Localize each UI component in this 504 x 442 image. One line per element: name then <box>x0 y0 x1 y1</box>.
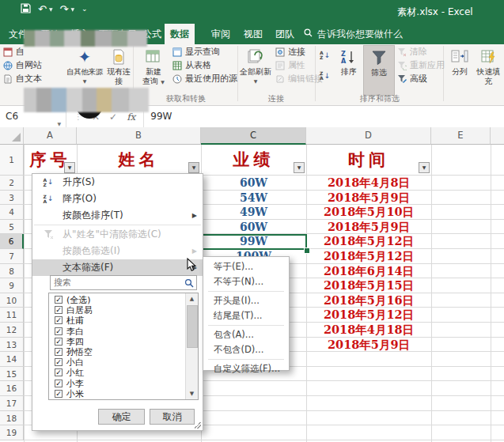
checkbox-checked-icon[interactable]: ✓ <box>55 316 63 324</box>
menu-item-text-filters[interactable]: 文本筛选(F) ▶ <box>32 259 203 276</box>
filter-list-item[interactable]: ✓ 小明 <box>49 399 185 400</box>
row-header[interactable]: 3 <box>0 191 24 206</box>
checkbox-checked-icon[interactable]: ✓ <box>55 380 63 387</box>
submenu-item-equals[interactable]: 等于(E)... <box>203 259 289 274</box>
undo-icon[interactable]: ↶ <box>38 4 47 14</box>
checkbox-checked-icon[interactable]: ✓ <box>55 338 63 346</box>
date-cell[interactable]: 2018年5月15日 <box>306 278 431 293</box>
row-header[interactable]: 13 <box>0 338 24 353</box>
column-header-d[interactable]: D <box>306 127 431 145</box>
header-cell-c1[interactable]: 业绩 <box>201 145 306 176</box>
date-cell[interactable]: 2018年5月9日 <box>306 338 431 353</box>
list-scrollbar[interactable]: ▲ ▼ <box>185 293 198 399</box>
resize-grip[interactable] <box>194 421 201 429</box>
checkbox-checked-icon[interactable]: ✓ <box>55 390 63 398</box>
insert-function-icon[interactable]: fx <box>127 111 135 123</box>
from-web-button[interactable]: 自网站 <box>3 59 42 71</box>
autofilter-button-a[interactable]: ▼ <box>64 162 75 173</box>
performance-cell[interactable]: 60W <box>201 220 306 235</box>
flash-fill-button[interactable]: 快速填充 <box>473 45 504 94</box>
refresh-all-button[interactable]: 全部刷新 ▼ <box>239 45 272 94</box>
submenu-item-custom-filter[interactable]: 自定义筛选(F)... <box>203 361 289 376</box>
from-other-sources-button[interactable]: ✦ 自其他来源 ▼ <box>65 45 104 94</box>
date-cell[interactable]: 2018年5月12日 <box>306 308 431 323</box>
new-query-button[interactable]: 新建 查询 ▼ <box>138 45 169 94</box>
performance-cell[interactable]: 49W <box>201 205 306 220</box>
filter-list-item[interactable]: ✓ 杜甫 <box>49 315 185 326</box>
row-header[interactable]: 6 <box>0 234 24 249</box>
menu-item-sort-descending[interactable]: ZA↓ 按颜色排序(T) 降序(O) <box>32 191 203 207</box>
submenu-item-contains[interactable]: 包含(A)... <box>203 327 289 342</box>
submenu-item-not-contains[interactable]: 不包含(D)... <box>203 342 289 357</box>
column-header-a[interactable]: A <box>24 127 77 145</box>
sort-ascending-button[interactable]: AZ ↓ <box>320 49 330 61</box>
filter-list-item[interactable]: ✓ (全选) <box>49 295 185 305</box>
row-header[interactable]: 15 <box>0 367 24 382</box>
submenu-item-not-equals[interactable]: 不等于(N)... <box>203 274 289 289</box>
row-header[interactable]: 16 <box>0 381 24 396</box>
row-header[interactable]: 10 <box>0 293 24 308</box>
checkbox-checked-icon[interactable]: ✓ <box>55 368 63 376</box>
row-header[interactable]: 4 <box>0 205 24 220</box>
date-cell[interactable]: 2018年6月14日 <box>306 264 431 279</box>
filter-list-item[interactable]: ✓ 白居易 <box>49 305 185 315</box>
row-header[interactable]: 11 <box>0 308 24 323</box>
submenu-item-ends-with[interactable]: 结尾是(T)... <box>203 308 289 323</box>
row-header-1[interactable]: 1 <box>0 145 24 176</box>
checkbox-checked-icon[interactable]: ✓ <box>55 348 63 356</box>
menu-item-sort-by-color[interactable]: 按颜色排序(T) ▶ <box>32 207 203 224</box>
row-header[interactable]: 14 <box>0 352 24 367</box>
row-header[interactable]: 5 <box>0 220 24 235</box>
date-cell[interactable]: 2018年5月9日 <box>306 191 431 206</box>
row-header[interactable]: 19 <box>0 425 24 440</box>
from-table-button[interactable]: 从表格 <box>172 59 211 71</box>
filter-list-item[interactable]: ✓ 小李 <box>49 379 185 389</box>
show-queries-button[interactable]: 显示查询 <box>172 46 220 58</box>
header-cell-d1[interactable]: 时间 <box>306 145 431 176</box>
date-cell[interactable]: 2018年5月12日 <box>306 234 431 249</box>
scroll-down-icon[interactable]: ▼ <box>186 388 198 399</box>
checkbox-checked-icon[interactable]: ✓ <box>55 358 63 366</box>
row-header[interactable]: 9 <box>0 278 24 293</box>
date-cell[interactable]: 2018年5月10日 <box>306 205 431 220</box>
save-icon[interactable] <box>21 3 31 15</box>
formula-input[interactable]: 99W <box>144 106 504 127</box>
tab-data[interactable]: 数据 <box>165 24 195 44</box>
row-header[interactable]: 2 <box>0 176 24 191</box>
checkbox-checked-icon[interactable]: ✓ <box>55 306 63 314</box>
date-cell[interactable]: 2018年5月16日 <box>306 293 431 308</box>
text-to-columns-button[interactable]: 分列 <box>446 45 473 94</box>
customize-qat-icon[interactable]: ⌄ <box>81 4 88 14</box>
header-cell-b1[interactable]: 姓名 <box>77 145 201 176</box>
advanced-filter-button[interactable]: 高级 <box>397 73 427 85</box>
row-header[interactable]: 8 <box>0 264 24 279</box>
filter-search-box[interactable] <box>50 275 197 290</box>
cancel-button[interactable]: 取消 <box>150 409 195 425</box>
row-header[interactable]: 17 <box>0 396 24 411</box>
filter-list-item[interactable]: ✓ 李四 <box>49 337 185 347</box>
menu-item-sort-ascending[interactable]: AZ↓ 升序(S) <box>32 174 203 191</box>
column-header-b[interactable]: B <box>77 127 201 145</box>
filter-button[interactable]: 筛选 <box>363 45 395 96</box>
filter-search-input[interactable] <box>51 276 187 289</box>
filter-list-item[interactable]: ✓ 李白 <box>49 327 185 337</box>
autofilter-button-c[interactable]: ▼ <box>294 162 305 173</box>
date-cell[interactable]: 2018年5月9日 <box>306 220 431 235</box>
recent-sources-button[interactable]: 最近使用的源 <box>172 73 237 85</box>
date-cell[interactable]: 2018年5月12日 <box>306 249 431 264</box>
performance-cell[interactable]: 60W <box>201 176 306 191</box>
date-cell[interactable]: 2018年4月18日 <box>306 323 431 338</box>
existing-connections-button[interactable]: 现有连接 <box>104 45 133 94</box>
fill-handle[interactable] <box>304 247 310 254</box>
accept-entry-icon[interactable]: ✓ <box>109 111 117 123</box>
sort-button[interactable]: ZA 排序 <box>335 45 362 94</box>
checkbox-checked-icon[interactable]: ✓ <box>55 296 63 304</box>
tab-review[interactable]: 审阅 <box>207 24 234 44</box>
from-access-button[interactable]: 自 <box>3 46 25 58</box>
filter-list-item[interactable]: ✓ 小米 <box>49 389 185 399</box>
scroll-up-icon[interactable]: ▲ <box>186 293 198 304</box>
row-header[interactable]: 12 <box>0 323 24 338</box>
checkbox-checked-icon[interactable]: ✓ <box>55 327 63 335</box>
filter-list-item[interactable]: ✓ 孙悟空 <box>49 347 185 357</box>
autofilter-button-d[interactable]: ▼ <box>419 162 430 173</box>
